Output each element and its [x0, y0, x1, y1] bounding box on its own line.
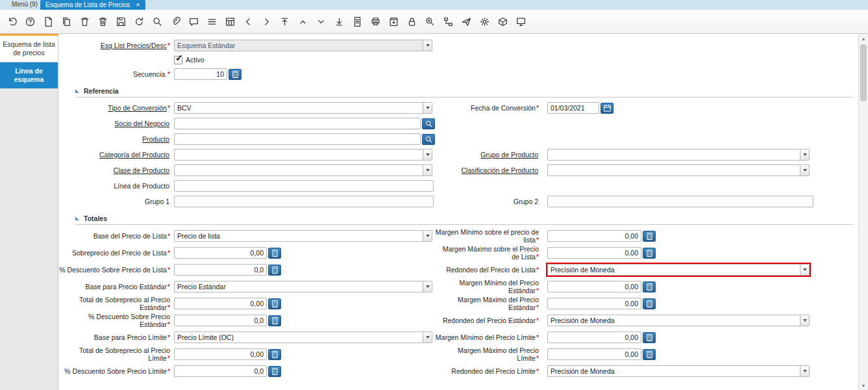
dropdown-button[interactable] — [423, 102, 432, 114]
previous-record-icon[interactable] — [242, 16, 254, 27]
margen-minimo-precio-estandar-input[interactable]: 0,00 — [547, 281, 641, 292]
dropdown-button[interactable] — [423, 40, 432, 51]
calculator-button[interactable] — [268, 298, 281, 309]
active-workflows-icon[interactable] — [442, 16, 454, 27]
margen-maximo-precio-limite-input[interactable]: 0,00 — [547, 348, 641, 360]
base-precio-lista-select[interactable]: Precio de lista — [174, 230, 432, 242]
grupo-2-input[interactable] — [547, 196, 813, 207]
dropdown-button[interactable] — [800, 365, 810, 377]
copy-record-icon[interactable] — [60, 16, 72, 27]
calculator-button[interactable] — [268, 315, 281, 326]
send-mail-icon[interactable] — [460, 16, 472, 27]
producto-input[interactable] — [174, 133, 421, 145]
redondeo-precio-limite-select[interactable]: Precisión de Moneda — [547, 365, 810, 377]
collapse-section-icon[interactable] — [75, 216, 79, 220]
save-icon[interactable] — [115, 16, 127, 27]
dropdown-button[interactable] — [800, 264, 810, 276]
calculator-button[interactable] — [268, 248, 281, 259]
linea-de-producto-input[interactable] — [174, 180, 434, 192]
collapse-section-icon[interactable] — [75, 89, 79, 93]
fecha-de-conversion-input[interactable]: 01/03/2021 — [547, 102, 599, 114]
dropdown-button[interactable] — [423, 164, 432, 176]
margen-minimo-precio-lista-input[interactable]: 0,00 — [547, 230, 641, 242]
sobreprecio-precio-estandar-input[interactable]: 0,00 — [174, 298, 267, 309]
find-icon[interactable] — [151, 16, 163, 27]
report-icon[interactable] — [351, 16, 363, 27]
dropdown-button[interactable] — [423, 230, 432, 242]
base-precio-limite-select[interactable]: Precio Límite (OC) — [174, 332, 432, 343]
undo-icon[interactable] — [6, 16, 18, 27]
calculator-button[interactable] — [643, 332, 656, 343]
bpartner-search-button[interactable] — [422, 118, 435, 129]
sidebar-tab-esquema-lista-precios[interactable]: Esquema de lista de precios — [0, 34, 58, 62]
redondeo-precio-estandar-select[interactable]: Precisión de Moneda — [547, 315, 810, 326]
vertical-scrollbar[interactable]: ▲ ▼ — [858, 34, 868, 390]
scrollbar-thumb[interactable] — [860, 44, 867, 101]
sobreprecio-precio-limite-input[interactable]: 0,00 — [174, 348, 267, 360]
first-record-icon[interactable] — [279, 16, 290, 27]
close-icon[interactable]: ✕ — [136, 3, 140, 8]
calculator-button[interactable] — [643, 231, 656, 242]
descuento-precio-lista-input[interactable]: 0,0 — [174, 264, 267, 276]
margen-maximo-precio-estandar-input[interactable]: 0,00 — [547, 298, 641, 309]
toggle-multi-row-icon[interactable] — [206, 16, 217, 27]
clasificacion-de-producto-select[interactable] — [547, 164, 810, 176]
product-search-button[interactable] — [422, 134, 435, 145]
calculator-button[interactable] — [268, 349, 281, 360]
margen-maximo-precio-lista-input[interactable]: 0,00 — [547, 247, 641, 259]
menu-button[interactable]: Menú (9) — [0, 0, 40, 10]
calendar-button[interactable] — [601, 103, 614, 114]
next-record-icon[interactable] — [260, 16, 272, 27]
delete-selection-icon[interactable] — [97, 16, 108, 27]
print-icon[interactable] — [369, 16, 381, 27]
activo-checkbox[interactable]: ✓ — [174, 56, 182, 64]
base-precio-estandar-select[interactable]: Precio Estándar — [174, 281, 432, 292]
sidebar-tab-linea-de-esquema[interactable]: Línea de esquema — [0, 62, 58, 88]
secuencia-input[interactable]: 10 — [174, 68, 227, 80]
preferences-icon[interactable] — [478, 16, 490, 27]
dropdown-button[interactable] — [423, 281, 432, 292]
calculator-button[interactable] — [268, 366, 281, 377]
calculator-button[interactable] — [643, 349, 656, 360]
dropdown-button[interactable] — [800, 149, 810, 161]
last-record-icon[interactable] — [333, 16, 345, 27]
dropdown-button[interactable] — [423, 149, 432, 161]
scroll-up-button[interactable]: ▲ — [859, 34, 868, 43]
calculator-button[interactable] — [643, 248, 656, 259]
dropdown-button[interactable] — [800, 315, 810, 326]
grid-toggle-icon[interactable] — [224, 16, 236, 27]
help-panel-icon[interactable] — [515, 16, 527, 27]
calculator-button[interactable] — [268, 265, 281, 276]
tipo-de-conversion-select[interactable]: BCV — [174, 102, 432, 114]
descuento-precio-limite-input[interactable]: 0,0 — [174, 365, 267, 377]
grupo-1-input[interactable] — [174, 196, 434, 207]
calculator-button[interactable] — [643, 298, 656, 309]
socio-del-negocio-input[interactable] — [174, 118, 421, 129]
calculator-button[interactable] — [229, 69, 242, 80]
scroll-down-button[interactable]: ▼ — [859, 381, 868, 390]
export-icon[interactable] — [388, 16, 399, 27]
categoria-del-producto-select[interactable] — [174, 149, 432, 161]
redondeo-precio-lista-select[interactable]: Precisión de Moneda — [547, 264, 810, 276]
margen-minimo-precio-limite-input[interactable]: 0,00 — [547, 332, 641, 343]
help-icon[interactable] — [24, 16, 36, 27]
lock-icon[interactable] — [406, 16, 417, 27]
descuento-precio-estandar-input[interactable]: 0,0 — [174, 315, 267, 326]
refresh-icon[interactable] — [133, 16, 145, 27]
dropdown-button[interactable] — [423, 332, 432, 343]
delete-record-icon[interactable] — [79, 16, 90, 27]
parent-record-icon[interactable] — [297, 16, 308, 27]
window-tab[interactable]: Esquema de Lista de Precios ✕ — [40, 0, 145, 10]
detail-record-icon[interactable] — [315, 16, 327, 27]
zoom-across-icon[interactable] — [424, 16, 436, 27]
sobreprecio-precio-lista-input[interactable]: 0,00 — [174, 247, 267, 259]
grupo-de-producto-select[interactable] — [547, 149, 810, 161]
esq-list-precios-select[interactable]: Esquema Estándar — [174, 40, 432, 51]
calculator-button[interactable] — [643, 281, 656, 292]
new-record-icon[interactable] — [42, 16, 54, 27]
product-info-icon[interactable] — [497, 16, 508, 27]
dropdown-button[interactable] — [800, 164, 810, 176]
chat-icon[interactable] — [188, 16, 199, 27]
clase-de-producto-select[interactable] — [174, 164, 432, 176]
attachment-icon[interactable] — [169, 16, 181, 27]
